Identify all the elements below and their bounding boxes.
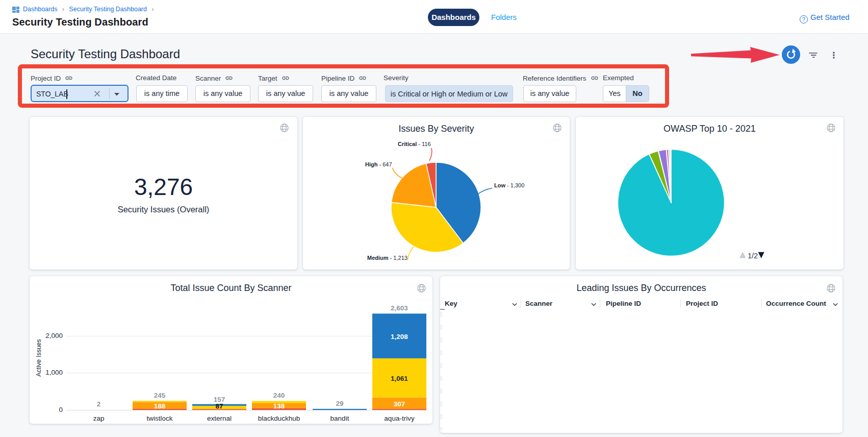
svg-text:Active Issues: Active Issues: [35, 339, 42, 377]
svg-text:1,061: 1,061: [391, 375, 408, 382]
svg-text:bandit: bandit: [330, 415, 349, 422]
svg-text:29: 29: [336, 400, 343, 407]
svg-text:87: 87: [215, 402, 223, 410]
svg-text:Critical - 116: Critical - 116: [398, 141, 431, 147]
svg-text:2,000: 2,000: [45, 332, 63, 339]
svg-text:2,603: 2,603: [391, 304, 408, 312]
svg-text:0: 0: [59, 406, 63, 414]
svg-text:Medium - 1,213: Medium - 1,213: [367, 255, 407, 261]
svg-text:188: 188: [154, 402, 166, 410]
svg-text:1/2: 1/2: [748, 252, 758, 260]
svg-text:1,208: 1,208: [391, 333, 408, 341]
svg-text:1,000: 1,000: [45, 369, 63, 376]
svg-text:138: 138: [273, 402, 285, 410]
svg-text:2: 2: [97, 400, 101, 408]
svg-text:blackduckhub: blackduckhub: [258, 415, 300, 422]
svg-text:twistlock: twistlock: [146, 415, 172, 422]
svg-text:245: 245: [154, 392, 166, 399]
svg-text:Low - 1,300: Low - 1,300: [494, 182, 524, 188]
svg-text:zap: zap: [93, 415, 105, 422]
svg-text:external: external: [207, 415, 232, 422]
svg-text:aqua-trivy: aqua-trivy: [384, 415, 415, 422]
svg-text:240: 240: [273, 392, 285, 399]
svg-text:307: 307: [394, 400, 405, 408]
svg-text:High - 647: High - 647: [365, 161, 392, 167]
